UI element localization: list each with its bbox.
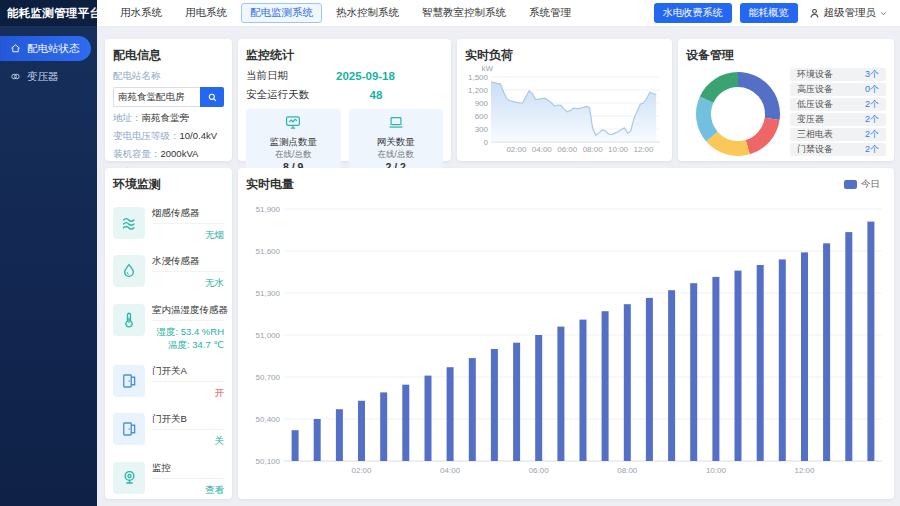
- info-field-value: 10/0.4kV: [180, 130, 218, 141]
- svg-text:08:00: 08:00: [583, 145, 604, 154]
- user-name: 超级管理员: [824, 6, 877, 20]
- search-button[interactable]: [200, 87, 224, 107]
- user-menu[interactable]: 超级管理员: [808, 6, 889, 20]
- energy-bar: [624, 304, 631, 461]
- svg-text:04:00: 04:00: [532, 145, 553, 154]
- info-field: 装机容量：2000kVA: [113, 148, 224, 161]
- energy-bar: [513, 343, 520, 461]
- load-area-chart: 03006009001,2001,500kW02:0004:0006:0008:…: [465, 64, 664, 158]
- energy-bar: [668, 290, 675, 461]
- energy-bar: [867, 222, 874, 461]
- info-field-label: 装机容量：: [113, 148, 161, 159]
- transformer-icon: [10, 71, 21, 82]
- device-row: 变压器2个: [790, 113, 886, 126]
- svg-text:10:00: 10:00: [608, 145, 629, 154]
- card-environment-monitor: 环境监测 烟感传感器无烟水浸传感器无水室内温湿度传感器湿度: 53.4 %RH温…: [105, 168, 232, 499]
- env-sensor-name: 水浸传感器: [152, 255, 224, 272]
- energy-bar: [845, 232, 852, 461]
- energy-bar: [690, 283, 697, 461]
- energy-bar: [823, 243, 830, 461]
- station-name-input[interactable]: [113, 87, 200, 107]
- env-body: 监控查看: [152, 462, 224, 496]
- energy-bar-chart: 50,10050,40050,70051,00051,30051,60051,9…: [246, 193, 886, 489]
- monitor-chart-icon: [284, 114, 302, 131]
- device-count: 0个: [865, 83, 879, 96]
- tab-2[interactable]: 用电系统: [176, 3, 236, 23]
- svg-text:02:00: 02:00: [506, 145, 527, 154]
- env-sensor-status[interactable]: 查看: [152, 479, 224, 496]
- energy-header: 实时电量 今日: [246, 176, 886, 193]
- stat-box-sub: 在线/总数: [246, 149, 341, 161]
- tab-6[interactable]: 系统管理: [520, 3, 580, 23]
- env-item: 监控查看: [113, 462, 224, 496]
- card-device-management: 设备管理 环境设备3个高压设备0个低压设备2个变压器2个三相电表2个门禁设备2个: [678, 39, 894, 161]
- env-sensor-name: 门开关B: [152, 413, 224, 430]
- header-actions: 水电收费系统能耗概览: [654, 3, 798, 23]
- svg-text:04:00: 04:00: [440, 466, 461, 475]
- env-sensor-status: 无烟: [152, 224, 224, 241]
- donut-segment[interactable]: [746, 118, 780, 154]
- card-title-energy: 实时电量: [246, 176, 294, 193]
- main-content: 配电信息 配电站名称 地址：南苑食堂旁变电电压等级：10/0.4kV装机容量：2…: [97, 26, 900, 506]
- card-monitor-stats: 监控统计 当前日期2025-09-18安全运行天数48 监测点数量在线/总数8 …: [238, 39, 451, 161]
- device-label: 高压设备: [797, 83, 833, 96]
- tab-4[interactable]: 热水控制系统: [327, 3, 408, 23]
- search-icon: [207, 92, 218, 103]
- energy-bar: [336, 409, 343, 461]
- camera-icon: [113, 462, 145, 494]
- station-search-row: [113, 87, 224, 107]
- device-count: 2个: [865, 113, 879, 126]
- svg-text:02:00: 02:00: [351, 466, 372, 475]
- energy-bar: [358, 401, 365, 461]
- energy-bar: [314, 419, 321, 461]
- stat-box-name: 监测点数量: [246, 136, 341, 149]
- svg-text:kW: kW: [481, 64, 493, 73]
- svg-text:900: 900: [475, 99, 489, 108]
- svg-text:600: 600: [475, 112, 489, 121]
- donut-segment[interactable]: [700, 72, 738, 103]
- info-field-label: 地址：: [113, 112, 142, 123]
- thermometer-icon: [113, 304, 145, 336]
- device-label: 低压设备: [797, 98, 833, 111]
- device-count: 3个: [865, 68, 879, 81]
- legend-color-swatch: [844, 180, 857, 189]
- stat-row-value: 2025-09-18: [288, 70, 443, 82]
- tab-5[interactable]: 智慧教室控制系统: [413, 3, 515, 23]
- header-action-2[interactable]: 能耗概览: [740, 3, 798, 23]
- header-right: 水电收费系统能耗概览 超级管理员: [654, 3, 889, 23]
- device-wrap: 环境设备3个高压设备0个低压设备2个变压器2个三相电表2个门禁设备2个: [686, 66, 886, 160]
- tab-3[interactable]: 配电监测系统: [241, 3, 322, 23]
- stat-rows: 当前日期2025-09-18安全运行天数48: [246, 69, 443, 102]
- device-count: 2个: [865, 98, 879, 111]
- stat-row: 当前日期2025-09-18: [246, 69, 443, 83]
- device-label: 环境设备: [797, 68, 833, 81]
- smoke-sensor-icon: [113, 207, 145, 239]
- svg-text:50,700: 50,700: [256, 373, 281, 382]
- legend-today[interactable]: 今日: [844, 178, 880, 191]
- env-sensor-name: 室内温湿度传感器: [152, 304, 224, 321]
- env-sensor-status: 无水: [152, 272, 224, 289]
- card-title-stats: 监控统计: [246, 47, 443, 64]
- info-field-value: 南苑食堂旁: [142, 112, 190, 123]
- svg-text:12:00: 12:00: [794, 466, 815, 475]
- sidebar-item-1[interactable]: 配电站状态: [0, 36, 91, 61]
- device-list: 环境设备3个高压设备0个低压设备2个变压器2个三相电表2个门禁设备2个: [790, 68, 886, 156]
- env-item: 烟感传感器无烟: [113, 207, 224, 241]
- env-body: 门开关A开: [152, 365, 224, 399]
- donut-segment[interactable]: [738, 72, 780, 120]
- svg-text:06:00: 06:00: [529, 466, 550, 475]
- header-action-1[interactable]: 水电收费系统: [654, 3, 732, 23]
- tab-1[interactable]: 用水系统: [111, 3, 171, 23]
- sidebar-item-label: 配电站状态: [27, 42, 80, 56]
- env-item: 门开关B关: [113, 413, 224, 447]
- card-title-devices: 设备管理: [686, 47, 886, 64]
- device-row: 高压设备0个: [790, 83, 886, 96]
- svg-text:08:00: 08:00: [617, 466, 638, 475]
- sidebar-item-2[interactable]: 变压器: [0, 64, 91, 89]
- energy-bar: [646, 298, 653, 461]
- svg-text:1,500: 1,500: [468, 73, 489, 82]
- app-title: 能耗监测管理平台: [0, 0, 97, 26]
- env-sensor-status: 关: [152, 430, 224, 447]
- env-sensor-name: 门开关A: [152, 365, 224, 382]
- device-row: 三相电表2个: [790, 128, 886, 141]
